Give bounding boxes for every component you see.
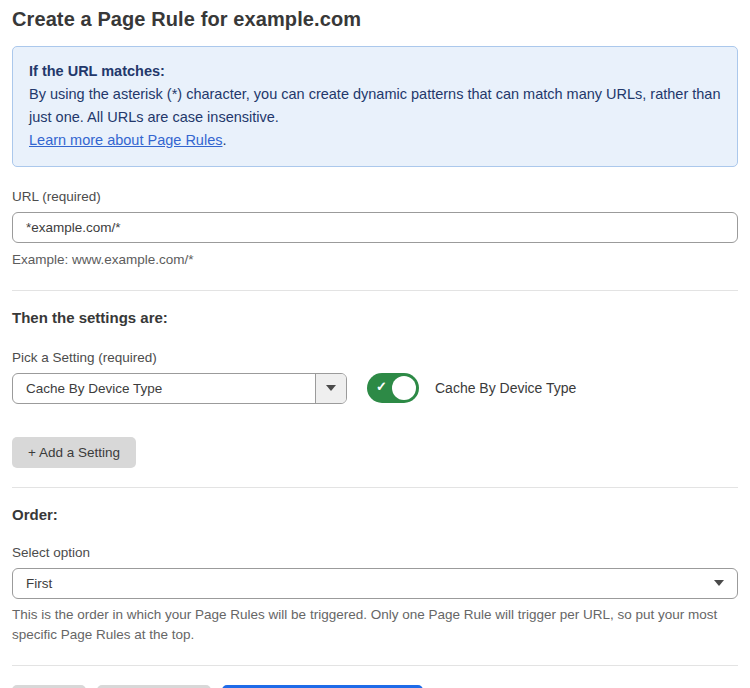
add-setting-button[interactable]: + Add a Setting xyxy=(12,437,136,468)
settings-section-heading: Then the settings are: xyxy=(12,309,738,326)
chevron-down-icon xyxy=(714,580,724,586)
url-field-helper: Example: www.example.com/* xyxy=(12,250,738,271)
divider xyxy=(12,487,738,488)
divider xyxy=(12,665,738,666)
toggle-label: Cache By Device Type xyxy=(435,380,576,396)
page-title: Create a Page Rule for example.com xyxy=(12,8,738,31)
setting-picker-label: Pick a Setting (required) xyxy=(12,350,738,365)
order-select-value: First xyxy=(13,569,714,598)
chevron-down-icon xyxy=(326,385,336,391)
order-select-label: Select option xyxy=(12,545,738,560)
url-match-info-box: If the URL matches: By using the asteris… xyxy=(12,46,738,167)
order-helper-text: This is the order in which your Page Rul… xyxy=(12,605,732,647)
order-select[interactable]: First xyxy=(12,568,738,599)
link-suffix: . xyxy=(222,132,226,148)
check-icon: ✓ xyxy=(376,380,387,393)
setting-row: Cache By Device Type ✓ Cache By Device T… xyxy=(12,373,738,404)
url-input[interactable] xyxy=(12,212,738,243)
learn-more-link[interactable]: Learn more about Page Rules xyxy=(29,132,222,148)
order-select-caret-wrap xyxy=(714,569,737,598)
toggle-knob xyxy=(392,376,416,400)
setting-select[interactable]: Cache By Device Type xyxy=(12,373,347,404)
setting-select-arrow-button[interactable] xyxy=(315,374,346,403)
order-section-heading: Order: xyxy=(12,506,738,523)
info-box-heading: If the URL matches: xyxy=(29,60,721,83)
setting-select-value: Cache By Device Type xyxy=(13,374,315,403)
info-box-link-line: Learn more about Page Rules. xyxy=(29,129,721,152)
cache-by-device-type-toggle[interactable]: ✓ xyxy=(367,373,419,403)
info-box-body: By using the asterisk (*) character, you… xyxy=(29,83,721,129)
divider xyxy=(12,290,738,291)
url-field-label: URL (required) xyxy=(12,189,738,204)
create-page-rule-panel: Create a Page Rule for example.com If th… xyxy=(0,0,750,688)
